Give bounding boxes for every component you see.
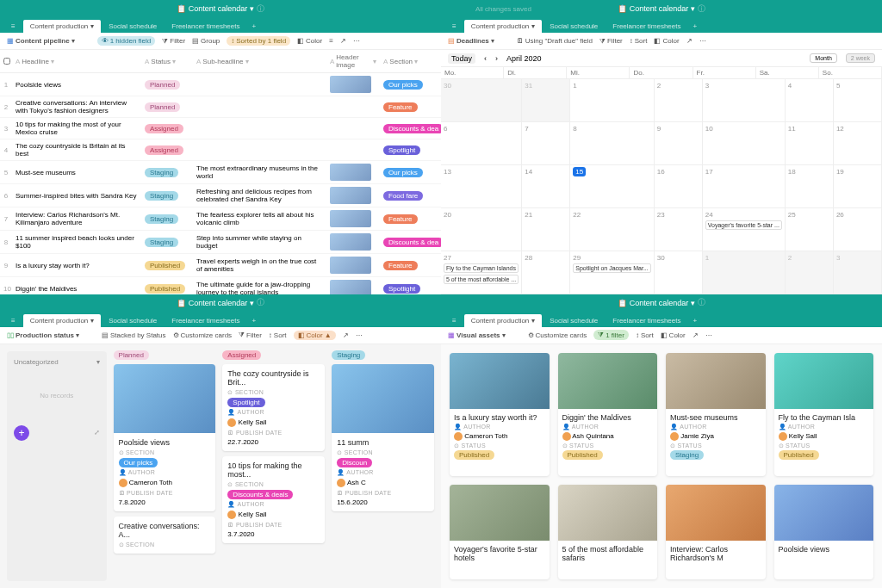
calendar-cell[interactable]: 8 [570, 122, 654, 165]
calendar-cell[interactable]: 10 [703, 122, 786, 165]
add-card-button[interactable]: + [14, 425, 29, 441]
group-button[interactable]: ▤ Group [192, 37, 220, 45]
gallery-card[interactable]: Poolside views [774, 485, 874, 579]
cell-status[interactable]: Published [141, 262, 193, 269]
tab-freelancer-timesheets[interactable]: Freelancer timesheets [606, 314, 687, 327]
calendar-cell[interactable]: 3 [834, 251, 882, 294]
customize-button[interactable]: ⚙ Customize cards [528, 331, 587, 339]
cell-section[interactable]: Our picks [380, 169, 432, 176]
calendar-event[interactable]: Spotlight on Jacques Mar... [573, 263, 650, 273]
cell-section[interactable]: Feature [380, 262, 432, 269]
cell-status[interactable]: Staging [141, 215, 193, 223]
cell-headline[interactable]: Summer-inspired bites with Sandra Key [12, 192, 141, 200]
column-header[interactable] [0, 53, 12, 69]
calendar-cell[interactable]: 25 [786, 208, 834, 251]
tab-social-schedule[interactable]: Social schedule [543, 314, 605, 327]
calendar-cell[interactable]: 30 [441, 79, 522, 122]
column-header[interactable]: A Status ▾ [141, 53, 193, 69]
kanban-card[interactable]: 11 summ⊙ SECTIONDiscoun👤 AUTHOR Ash C🗓 P… [332, 364, 434, 511]
calendar-cell[interactable]: 15 [570, 165, 654, 208]
share-icon[interactable]: ↗ [340, 37, 346, 45]
share-icon[interactable]: ↗ [343, 331, 349, 339]
cell-image[interactable] [326, 257, 380, 274]
calendar-cell[interactable]: 23 [655, 208, 703, 251]
cell-status[interactable]: Planned [141, 103, 193, 111]
calendar-cell[interactable]: 2 [655, 79, 703, 122]
tab-social-schedule[interactable]: Social schedule [102, 314, 164, 327]
share-icon[interactable]: ↗ [686, 37, 693, 45]
calendar-cell[interactable]: 4 [786, 79, 834, 122]
add-tab-button[interactable]: + [688, 20, 701, 33]
calendar-cell[interactable]: 22 [570, 208, 654, 251]
column-title[interactable]: Staging [332, 350, 365, 360]
more-icon[interactable]: ⋯ [699, 37, 706, 45]
calendar-event[interactable]: 5 of the most affordable ... [444, 275, 519, 284]
color-button[interactable]: ◧ Color ▲ [294, 331, 336, 340]
calendar-cell[interactable]: 24Voyager's favorite 5-star ... [703, 208, 786, 251]
cell-headline[interactable]: Interview: Carlos Richardson's Mt. Kilim… [12, 211, 141, 226]
menu-icon[interactable]: ≡ [4, 20, 22, 33]
calendar-cell[interactable]: 13 [441, 165, 522, 208]
cell-section[interactable]: Discounts & dea [380, 125, 432, 133]
calendar-cell[interactable]: 17 [703, 165, 786, 208]
view-switcher[interactable]: ▯▯ Production status ▾ [7, 331, 79, 339]
cell-subheadline[interactable]: Travel experts weigh in on the true cost… [193, 257, 326, 273]
cell-image[interactable] [326, 187, 380, 204]
calendar-event[interactable]: Voyager's favorite 5-star ... [705, 220, 782, 230]
calendar-cell[interactable]: 1 [570, 79, 654, 122]
calendar-cell[interactable]: 28 [522, 251, 570, 294]
view-switcher[interactable]: ▦ Visual assets ▾ [448, 331, 506, 339]
row-height-icon[interactable]: ≡ [329, 37, 333, 45]
calendar-cell[interactable]: 21 [522, 208, 570, 251]
table-row[interactable]: 10Diggin' the MaldivesPublishedThe ultim… [0, 277, 441, 294]
table-row[interactable]: 310 tips for making the most of your Mex… [0, 118, 441, 139]
sort-button[interactable]: ↕ Sort [269, 331, 287, 339]
gallery-card[interactable]: Fly to the Cayman Isla👤 AUTHOR Kelly Sal… [774, 353, 874, 476]
table-row[interactable]: 2Creative conversations: An interview wi… [0, 96, 441, 118]
cell-section[interactable]: Feature [380, 215, 432, 223]
calendar-cell[interactable]: 11 [786, 122, 834, 165]
cell-status[interactable]: Assigned [141, 146, 193, 154]
cell-status[interactable]: Planned [141, 81, 193, 89]
kanban-card[interactable]: The cozy countryside is Brit...⊙ SECTION… [222, 364, 325, 451]
cell-headline[interactable]: The cozy countryside is Britain at its b… [12, 142, 141, 158]
cell-subheadline[interactable]: The most extraordinary museums in the wo… [193, 164, 326, 180]
cell-section[interactable]: Spotlight [380, 146, 432, 154]
view-switcher[interactable]: ▤ Deadlines ▾ [448, 37, 494, 45]
cell-status[interactable]: Published [141, 285, 193, 293]
more-icon[interactable]: ⋯ [356, 331, 363, 339]
gallery-card[interactable]: Must-see museums👤 AUTHOR Jamie Ziya⊙ STA… [666, 353, 766, 476]
tab-freelancer-timesheets[interactable]: Freelancer timesheets [165, 314, 246, 327]
app-title[interactable]: Content calendar [630, 299, 689, 307]
tab-content-production[interactable]: Content production▾ [464, 20, 543, 33]
select-all-checkbox[interactable] [3, 58, 10, 65]
calendar-cell[interactable]: 3 [703, 79, 786, 122]
app-title[interactable]: Content calendar [189, 4, 248, 13]
menu-icon[interactable]: ≡ [445, 20, 463, 33]
cell-subheadline[interactable]: Refreshing and delicious recipes from ce… [193, 188, 326, 203]
calendar-cell[interactable]: 27Fly to the Cayman Islands5 of the most… [441, 251, 522, 294]
hidden-fields-button[interactable]: 👁 1 hidden field [97, 36, 156, 46]
tab-content-production[interactable]: Content production▾ [23, 20, 102, 33]
cell-headline[interactable]: Is a luxury stay worth it? [12, 262, 141, 269]
help-icon[interactable]: ⓘ [698, 297, 705, 308]
sort-button[interactable]: ↕ Sort [630, 37, 648, 45]
gallery-card[interactable]: Diggin' the Maldives👤 AUTHOR Ash Quintan… [558, 353, 658, 476]
column-title[interactable]: Assigned [222, 350, 261, 360]
calendar-cell[interactable]: 30 [655, 251, 703, 294]
cell-image[interactable] [326, 233, 380, 251]
cell-status[interactable]: Staging [141, 238, 193, 246]
chevron-down-icon[interactable]: ▾ [96, 358, 100, 366]
calendar-cell[interactable]: 20 [441, 208, 522, 251]
table-row[interactable]: 9Is a luxury stay worth it?PublishedTrav… [0, 254, 441, 277]
share-icon[interactable]: ↗ [693, 331, 699, 339]
cell-section[interactable]: Discounts & dea [380, 238, 432, 246]
cell-headline[interactable]: Must-see museums [12, 169, 141, 176]
kanban-column-uncategorized[interactable]: Uncategorized▾No records+⤢ [7, 351, 107, 582]
calendar-cell[interactable]: 9 [655, 122, 703, 165]
calendar-cell[interactable]: 7 [522, 122, 570, 165]
cell-section[interactable]: Food fare [380, 192, 432, 200]
date-field-button[interactable]: 🗓 Using "Draft due" field [517, 37, 593, 45]
today-button[interactable]: Today [448, 53, 475, 64]
filter-button[interactable]: ⧩ Filter [162, 37, 185, 46]
